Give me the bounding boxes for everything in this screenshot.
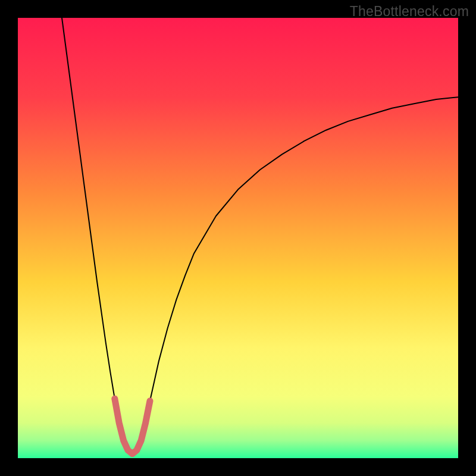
- plot-area: [18, 18, 458, 458]
- chart-frame: TheBottleneck.com: [0, 0, 476, 476]
- watermark-text: TheBottleneck.com: [350, 4, 469, 20]
- chart-svg: [18, 18, 458, 458]
- gradient-background: [18, 18, 458, 458]
